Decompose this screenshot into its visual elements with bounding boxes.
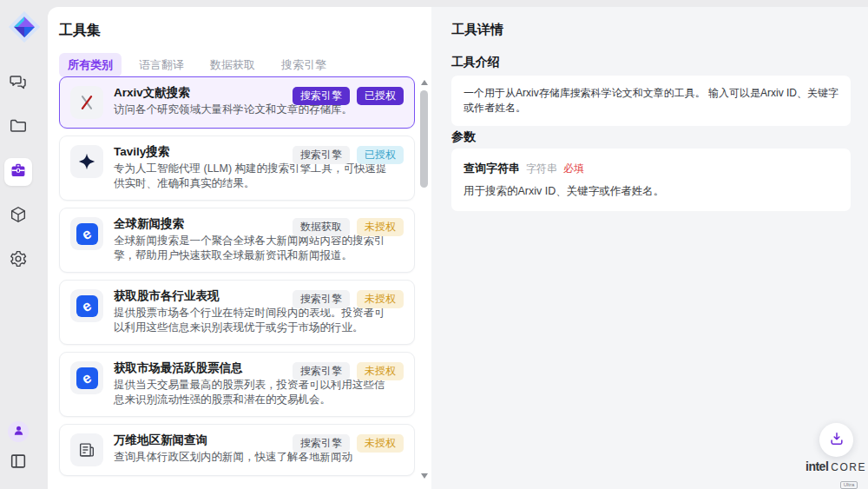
auth-status-badge: 已授权 (357, 146, 404, 164)
sidebar (0, 0, 48, 489)
list-scrollbar[interactable] (420, 80, 429, 479)
tab-all-categories[interactable]: 所有类别 (59, 53, 122, 77)
tool-card-desc: 专为人工智能代理 (LLM) 构建的搜索引擎工具，可快速提供实时、准确和真实的结… (114, 162, 393, 191)
category-badge: 数据获取 (293, 218, 350, 236)
auth-status-badge: 未授权 (357, 290, 404, 308)
tool-list-panel: 工具集 所有类别 语言翻译 数据获取 搜索引擎 Arxiv文献搜索 访问各个研究… (48, 7, 431, 489)
tool-card-desc: 提供当天交易量最高的股票列表，投资者可以利用这些信息来识别流动性强的股票和潜在的… (114, 378, 393, 407)
panel-toggle-icon (9, 452, 28, 474)
category-tabs: 所有类别 语言翻译 数据获取 搜索引擎 (59, 53, 335, 77)
tool-card-sector-performance[interactable]: e 获取股市各行业表现 提供股票市场各个行业在特定时间段内的表现。投资者可以利用… (59, 280, 415, 345)
gear-icon (9, 249, 28, 272)
arxiv-icon (70, 86, 103, 119)
download-icon (828, 430, 845, 451)
chat-icon (9, 72, 28, 95)
core-wordmark: core (831, 461, 866, 473)
juhe-e-icon: e (70, 361, 103, 394)
juhe-e-icon: e (70, 289, 103, 322)
intro-heading: 工具介绍 (451, 55, 500, 70)
cube-icon (9, 205, 28, 228)
tool-card-list: Arxiv文献搜索 访问各个研究领域大量科学论文和文章的存储库。 搜索引擎 已授… (59, 76, 415, 476)
auth-status-badge: 未授权 (357, 362, 404, 380)
tool-detail-panel: 工具详情 工具介绍 一个用于从Arxiv存储库搜索科学论文和文章的工具。 输入可… (431, 7, 868, 489)
category-badge: 搜索引擎 (293, 87, 350, 105)
tool-card-regional-news[interactable]: 万维地区新闻查询 查询具体行政区划内的新闻，快速了解各地新闻动 搜索引擎 未授权 (59, 424, 415, 476)
sidebar-item-files[interactable] (4, 114, 32, 142)
scrollbar-thumb[interactable] (420, 90, 428, 188)
intro-text-box: 一个用于从Arxiv存储库搜索科学论文和文章的工具。 输入可以是Arxiv ID… (451, 76, 851, 126)
param-required-flag: 必填 (563, 162, 584, 176)
sidebar-item-toolbox[interactable] (4, 158, 32, 186)
tab-translation[interactable]: 语言翻译 (130, 53, 193, 77)
panel-toggle-button[interactable] (8, 453, 29, 473)
auth-status-badge: 已授权 (357, 87, 404, 105)
app-logo-gem-icon (8, 10, 41, 43)
tool-card-tavily[interactable]: Tavily搜索 专为人工智能代理 (LLM) 构建的搜索引擎工具，可快速提供实… (59, 135, 415, 201)
user-avatar[interactable] (8, 421, 29, 442)
tab-search-engine[interactable]: 搜索引擎 (273, 53, 335, 77)
scroll-up-arrow-icon[interactable] (421, 80, 428, 85)
sidebar-item-settings[interactable] (4, 247, 32, 274)
param-card: 查询字符串 字符串 必填 用于搜索的Arxiv ID、关键字或作者姓名。 (451, 149, 851, 211)
newspaper-icon (70, 433, 103, 466)
auth-status-badge: 未授权 (357, 218, 404, 236)
detail-title: 工具详情 (451, 22, 503, 38)
tool-card-most-active-stocks[interactable]: e 获取市场最活跃股票信息 提供当天交易量最高的股票列表，投资者可以利用这些信息… (59, 352, 415, 417)
folder-icon (9, 116, 28, 139)
tool-card-desc: 全球新闻搜索是一个聚合全球各大新闻网站内容的搜索引擎，帮助用户快速获取全球最新资… (114, 234, 393, 263)
user-avatar-icon (12, 424, 25, 440)
param-type: 字符串 (526, 162, 557, 176)
page-title: 工具集 (59, 22, 101, 40)
tool-card-global-news[interactable]: e 全球新闻搜索 全球新闻搜索是一个聚合全球各大新闻网站内容的搜索引擎，帮助用户… (59, 208, 415, 273)
intel-wordmark: intel (806, 459, 828, 473)
auth-status-badge: 未授权 (357, 434, 404, 453)
category-badge: 搜索引擎 (293, 290, 350, 308)
scroll-down-arrow-icon[interactable] (421, 473, 428, 479)
category-badge: 搜索引擎 (293, 362, 350, 380)
tavily-star-icon (70, 145, 103, 178)
category-badge: 搜索引擎 (293, 146, 350, 164)
tool-card-arxiv[interactable]: Arxiv文献搜索 访问各个研究领域大量科学论文和文章的存储库。 搜索引擎 已授… (59, 76, 415, 129)
ultra-badge: Ultra (840, 481, 858, 489)
param-name: 查询字符串 (464, 161, 520, 176)
sidebar-item-models[interactable] (4, 202, 32, 230)
sidebar-nav (0, 69, 36, 274)
param-desc: 用于搜索的Arxiv ID、关键字或作者姓名。 (464, 184, 838, 199)
tab-data-fetch[interactable]: 数据获取 (201, 53, 264, 77)
toolbox-icon (9, 161, 28, 183)
sidebar-item-chat[interactable] (4, 69, 32, 97)
sidebar-footer (0, 421, 36, 473)
juhe-e-icon: e (70, 217, 103, 250)
intel-core-ultra-logo: intelcore Ultra (806, 459, 863, 489)
download-button[interactable] (819, 423, 853, 457)
tool-card-desc: 提供股票市场各个行业在特定时间段内的表现。投资者可以利用这些信息来识别表现优于或… (114, 306, 393, 335)
params-heading: 参数 (451, 129, 476, 145)
category-badge: 搜索引擎 (293, 434, 350, 453)
